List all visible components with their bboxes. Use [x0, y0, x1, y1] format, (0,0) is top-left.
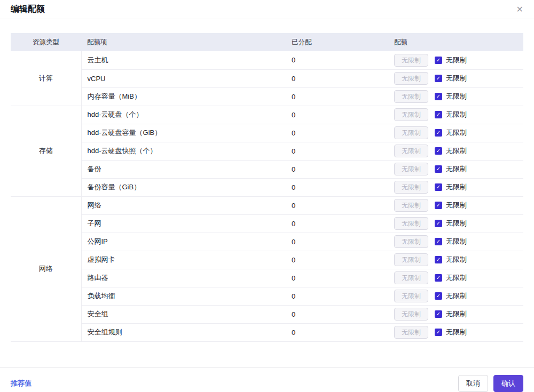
quota-input[interactable]	[394, 271, 428, 284]
unlimited-checkbox-wrap[interactable]: ✓无限制	[435, 146, 467, 156]
unlimited-checkbox[interactable]: ✓	[435, 93, 442, 100]
allocated-value: 0	[286, 196, 388, 214]
quota-controls: ✓无限制	[394, 163, 523, 175]
unlimited-checkbox-wrap[interactable]: ✓无限制	[435, 164, 467, 174]
unlimited-checkbox-label: 无限制	[446, 273, 467, 283]
unlimited-checkbox-label: 无限制	[446, 164, 467, 174]
quota-item-label: hdd-云硬盘快照（个）	[81, 142, 286, 160]
quota-input[interactable]	[394, 308, 428, 321]
table-row: 网络网络0✓无限制	[11, 196, 523, 214]
unlimited-checkbox[interactable]: ✓	[435, 292, 442, 300]
quota-cell: ✓无限制	[388, 106, 523, 124]
unlimited-checkbox-label: 无限制	[446, 327, 467, 337]
unlimited-checkbox-wrap[interactable]: ✓无限制	[435, 273, 467, 283]
unlimited-checkbox[interactable]: ✓	[435, 238, 442, 245]
resource-type-cell: 存储	[11, 106, 81, 196]
close-icon[interactable]: ✕	[514, 4, 525, 15]
unlimited-checkbox[interactable]: ✓	[435, 147, 442, 155]
quota-input[interactable]	[394, 290, 428, 302]
quota-input[interactable]	[394, 253, 428, 266]
edit-quota-dialog: 编辑配额 ✕ 资源类型 配额项 已分配 配额 计算云主机0✓无限制vCPU0✓无…	[0, 0, 534, 392]
quota-cell: ✓无限制	[388, 233, 523, 251]
quota-cell: ✓无限制	[388, 305, 523, 323]
quota-controls: ✓无限制	[394, 308, 523, 321]
recommended-values-link[interactable]: 推荐值	[11, 379, 32, 388]
unlimited-checkbox[interactable]: ✓	[435, 329, 442, 336]
allocated-value: 0	[286, 69, 388, 87]
unlimited-checkbox-wrap[interactable]: ✓无限制	[435, 128, 467, 138]
table-row: 内存容量（MiB）0✓无限制	[11, 87, 523, 106]
quota-cell: ✓无限制	[388, 178, 523, 196]
unlimited-checkbox[interactable]: ✓	[435, 75, 442, 82]
quota-cell: ✓无限制	[388, 287, 523, 305]
quota-item-label: 备份	[81, 160, 286, 178]
unlimited-checkbox-wrap[interactable]: ✓无限制	[435, 92, 467, 101]
unlimited-checkbox[interactable]: ✓	[435, 111, 442, 118]
quota-item-label: 路由器	[81, 269, 286, 287]
unlimited-checkbox-wrap[interactable]: ✓无限制	[435, 309, 467, 319]
quota-input[interactable]	[394, 181, 428, 194]
confirm-button[interactable]: 确认	[493, 375, 523, 392]
quota-input[interactable]	[394, 217, 428, 230]
table-row: 路由器0✓无限制	[11, 269, 523, 287]
unlimited-checkbox-wrap[interactable]: ✓无限制	[435, 237, 467, 246]
unlimited-checkbox-wrap[interactable]: ✓无限制	[435, 110, 467, 119]
unlimited-checkbox-label: 无限制	[446, 110, 467, 119]
quota-input[interactable]	[394, 235, 428, 248]
quota-cell: ✓无限制	[388, 269, 523, 287]
quota-cell: ✓无限制	[388, 69, 523, 87]
unlimited-checkbox[interactable]: ✓	[435, 274, 442, 282]
resource-type-cell: 计算	[11, 51, 81, 106]
unlimited-checkbox[interactable]: ✓	[435, 183, 442, 191]
quota-controls: ✓无限制	[394, 235, 523, 248]
unlimited-checkbox[interactable]: ✓	[435, 165, 442, 173]
quota-controls: ✓无限制	[394, 54, 523, 67]
unlimited-checkbox-wrap[interactable]: ✓无限制	[435, 182, 467, 192]
unlimited-checkbox-label: 无限制	[446, 74, 467, 83]
table-row: 负载均衡0✓无限制	[11, 287, 523, 305]
unlimited-checkbox-wrap[interactable]: ✓无限制	[435, 255, 467, 265]
allocated-value: 0	[286, 214, 388, 233]
quota-item-label: 公网IP	[81, 233, 286, 251]
quota-controls: ✓无限制	[394, 90, 523, 103]
unlimited-checkbox[interactable]: ✓	[435, 310, 442, 318]
quota-input[interactable]	[394, 145, 428, 157]
unlimited-checkbox[interactable]: ✓	[435, 256, 442, 263]
quota-input[interactable]	[394, 108, 428, 121]
unlimited-checkbox-label: 无限制	[446, 309, 467, 319]
quota-controls: ✓无限制	[394, 271, 523, 284]
unlimited-checkbox[interactable]: ✓	[435, 129, 442, 137]
unlimited-checkbox-wrap[interactable]: ✓无限制	[435, 219, 467, 228]
quota-cell: ✓无限制	[388, 51, 523, 69]
unlimited-checkbox[interactable]: ✓	[435, 220, 442, 227]
quota-input[interactable]	[394, 326, 428, 339]
unlimited-checkbox-wrap[interactable]: ✓无限制	[435, 74, 467, 83]
footer-buttons: 取消 确认	[458, 375, 523, 392]
unlimited-checkbox-label: 无限制	[446, 237, 467, 246]
unlimited-checkbox-wrap[interactable]: ✓无限制	[435, 201, 467, 210]
unlimited-checkbox[interactable]: ✓	[435, 57, 442, 64]
quota-table: 资源类型 配额项 已分配 配额 计算云主机0✓无限制vCPU0✓无限制内存容量（…	[11, 33, 523, 342]
unlimited-checkbox-wrap[interactable]: ✓无限制	[435, 327, 467, 337]
cancel-button[interactable]: 取消	[458, 375, 488, 392]
dialog-footer: 推荐值 取消 确认	[0, 367, 534, 392]
quota-input[interactable]	[394, 126, 428, 139]
quota-input[interactable]	[394, 54, 428, 67]
quota-input[interactable]	[394, 199, 428, 212]
quota-input[interactable]	[394, 90, 428, 103]
allocated-value: 0	[286, 160, 388, 178]
unlimited-checkbox[interactable]: ✓	[435, 202, 442, 209]
table-row: 虚拟网卡0✓无限制	[11, 251, 523, 269]
quota-input[interactable]	[394, 72, 428, 85]
quota-item-label: hdd-云硬盘（个）	[81, 106, 286, 124]
table-row: 备份容量（GiB）0✓无限制	[11, 178, 523, 196]
quota-input[interactable]	[394, 163, 428, 175]
allocated-value: 0	[286, 269, 388, 287]
quota-item-label: 网络	[81, 196, 286, 214]
unlimited-checkbox-label: 无限制	[446, 55, 467, 65]
unlimited-checkbox-label: 无限制	[446, 182, 467, 192]
unlimited-checkbox-wrap[interactable]: ✓无限制	[435, 55, 467, 65]
unlimited-checkbox-wrap[interactable]: ✓无限制	[435, 291, 467, 301]
quota-controls: ✓无限制	[394, 199, 523, 212]
quota-item-label: 内存容量（MiB）	[81, 87, 286, 106]
